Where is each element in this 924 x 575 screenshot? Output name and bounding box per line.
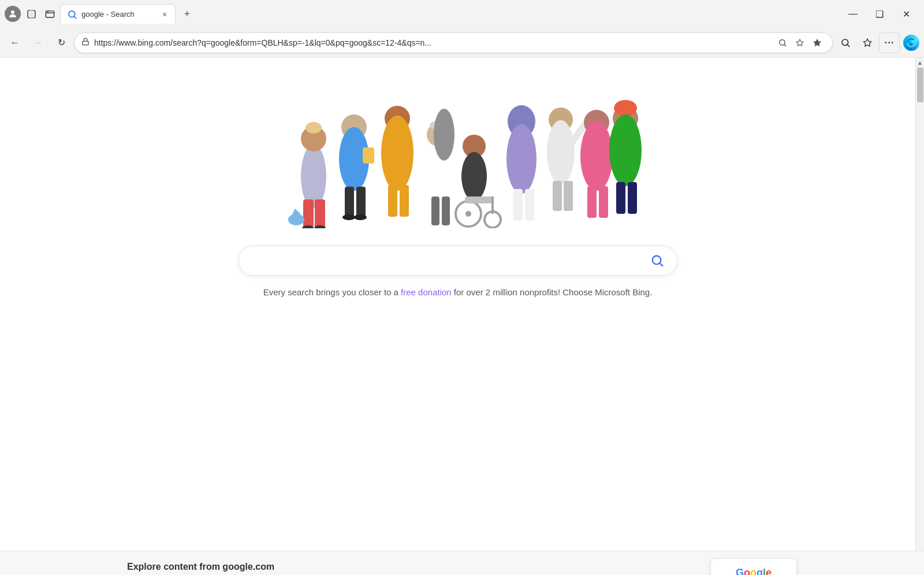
- minimize-button[interactable]: —: [840, 5, 866, 23]
- forward-button[interactable]: →: [28, 32, 49, 53]
- svg-marker-12: [814, 39, 821, 46]
- svg-point-45: [465, 211, 471, 217]
- svg-rect-2: [29, 10, 33, 18]
- title-bar-left: [5, 0, 58, 28]
- address-search-button[interactable]: [774, 35, 791, 51]
- svg-line-7: [74, 16, 76, 18]
- tab-favicon: [68, 10, 77, 19]
- browser-toolbar: ← → ↻ https://www.bing.com/search?q=goog…: [0, 28, 924, 58]
- google-logo: Google: [736, 567, 772, 575]
- google-letter-g: G: [736, 567, 744, 575]
- svg-point-0: [11, 10, 14, 14]
- favorites-toolbar-button[interactable]: [857, 32, 878, 53]
- bing-illustration: [262, 66, 654, 228]
- svg-point-16: [301, 144, 326, 208]
- svg-rect-64: [599, 186, 608, 218]
- svg-rect-57: [553, 181, 562, 211]
- svg-rect-29: [345, 187, 354, 217]
- google-letter-o2: o: [750, 567, 757, 575]
- google-see-more-card: Google See more: [710, 558, 797, 575]
- svg-rect-3: [46, 10, 54, 17]
- tab-panel-button[interactable]: [42, 6, 58, 22]
- browser-content-wrapper: Every search brings you closer to a free…: [0, 58, 924, 551]
- address-bar[interactable]: https://www.bing.com/search?q=google&for…: [74, 32, 833, 53]
- svg-point-24: [292, 211, 300, 219]
- svg-rect-36: [400, 185, 409, 217]
- active-tab[interactable]: google - Search ×: [60, 4, 176, 24]
- svg-point-66: [614, 100, 637, 116]
- more-options-button[interactable]: ···: [879, 32, 900, 53]
- favorites-button[interactable]: [23, 6, 39, 22]
- tab-close-button[interactable]: ×: [159, 9, 170, 20]
- svg-rect-53: [525, 189, 534, 221]
- lock-icon: [81, 38, 90, 47]
- svg-point-34: [381, 116, 413, 191]
- edge-profile-button[interactable]: [903, 35, 919, 51]
- svg-rect-35: [388, 185, 397, 217]
- svg-marker-25: [293, 209, 298, 212]
- profile-button[interactable]: [5, 6, 21, 22]
- page-content: Every search brings you closer to a free…: [0, 58, 915, 551]
- scroll-track[interactable]: [916, 68, 925, 551]
- svg-rect-8: [83, 41, 89, 44]
- svg-point-43: [461, 152, 487, 201]
- svg-rect-28: [363, 147, 374, 164]
- tab-title: google - Search: [81, 10, 154, 18]
- explore-title: Explore content from google.com: [127, 562, 797, 572]
- svg-rect-47: [465, 196, 493, 203]
- svg-point-60: [580, 121, 613, 191]
- back-button[interactable]: ←: [5, 32, 25, 53]
- charity-text: Every search brings you closer to a free…: [263, 287, 653, 297]
- svg-rect-41: [442, 196, 450, 225]
- svg-rect-63: [587, 186, 597, 218]
- google-letter-e: e: [766, 567, 772, 575]
- svg-rect-30: [356, 187, 366, 217]
- new-tab-button[interactable]: +: [178, 5, 196, 23]
- explore-content: Explore content from google.com Google D…: [127, 562, 797, 575]
- svg-marker-15: [863, 39, 871, 46]
- svg-point-18: [305, 122, 322, 133]
- svg-rect-69: [628, 182, 637, 214]
- charity-link[interactable]: free donation: [401, 287, 452, 297]
- search-input[interactable]: [248, 255, 647, 267]
- svg-marker-11: [796, 39, 803, 46]
- toolbar-actions: ···: [835, 32, 919, 53]
- svg-line-14: [847, 44, 850, 47]
- close-button[interactable]: ✕: [893, 5, 919, 23]
- svg-rect-58: [564, 181, 573, 211]
- svg-rect-40: [431, 196, 439, 225]
- svg-rect-20: [315, 199, 325, 228]
- favorites-star-button[interactable]: [792, 35, 808, 51]
- refresh-button[interactable]: ↻: [51, 32, 72, 53]
- svg-point-67: [609, 114, 642, 186]
- svg-point-39: [434, 109, 454, 161]
- google-letter-o1: o: [744, 567, 750, 575]
- scroll-thumb[interactable]: [917, 68, 923, 102]
- svg-rect-68: [616, 182, 625, 214]
- svg-point-46: [485, 212, 501, 228]
- bing-search-page: Every search brings you closer to a free…: [0, 58, 915, 551]
- svg-rect-19: [303, 199, 314, 228]
- maximize-button[interactable]: ❑: [866, 5, 893, 23]
- google-letter-g2: g: [757, 567, 763, 575]
- svg-point-51: [506, 124, 536, 194]
- svg-point-32: [354, 214, 367, 220]
- scroll-up-arrow[interactable]: ▲: [916, 58, 925, 68]
- address-actions: [774, 35, 825, 51]
- search-section: Every search brings you closer to a free…: [0, 246, 915, 297]
- search-submit-button[interactable]: [647, 250, 668, 271]
- charity-text-after: for over 2 million nonprofits! Choose Mi…: [452, 287, 653, 297]
- search-box[interactable]: [239, 246, 677, 276]
- svg-line-10: [784, 44, 786, 46]
- url-text: https://www.bing.com/search?q=google&for…: [94, 38, 770, 47]
- svg-rect-52: [513, 189, 523, 221]
- svg-line-74: [660, 263, 662, 266]
- vertical-scrollbar[interactable]: ▲: [915, 58, 924, 551]
- svg-point-31: [342, 214, 355, 220]
- svg-point-55: [547, 120, 575, 184]
- browser-search-button[interactable]: [835, 32, 856, 53]
- bottom-explore-section: Explore content from google.com Google D…: [0, 551, 924, 575]
- collections-button[interactable]: [809, 35, 825, 51]
- charity-text-before: Every search brings you closer to a: [263, 287, 401, 297]
- window-controls: — ❑ ✕: [840, 5, 919, 23]
